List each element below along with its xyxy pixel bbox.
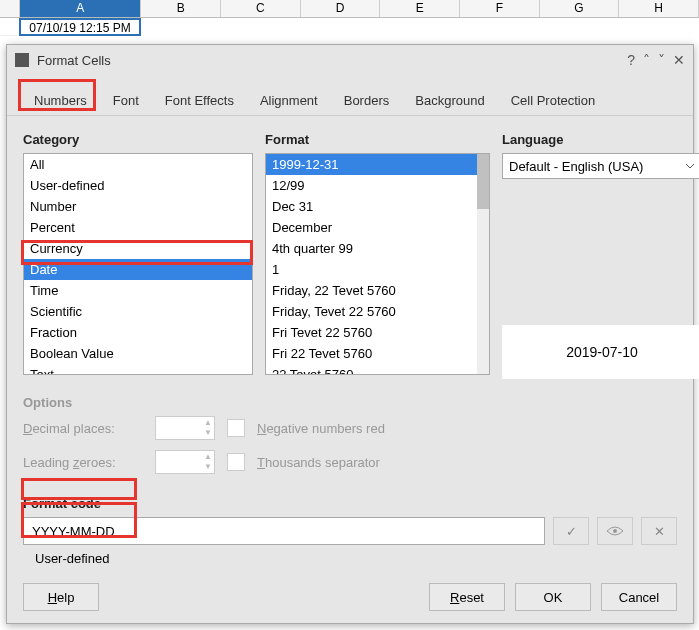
tab-background[interactable]: Background: [402, 85, 497, 115]
col-header-b[interactable]: B: [141, 0, 221, 17]
col-header-e[interactable]: E: [380, 0, 460, 17]
format-listbox[interactable]: 1999-12-31 12/99 Dec 31 December 4th qua…: [265, 153, 490, 375]
tab-borders[interactable]: Borders: [331, 85, 403, 115]
reset-button[interactable]: Reset: [429, 583, 505, 611]
category-label: Category: [23, 132, 253, 147]
help-titlebar-icon[interactable]: ?: [627, 52, 635, 68]
format-item[interactable]: 1999-12-31: [266, 154, 489, 175]
language-value: Default - English (USA): [509, 159, 643, 174]
col-header-h[interactable]: H: [619, 0, 699, 17]
leading-zeroes-label: Leading zeroes:: [23, 455, 143, 470]
format-item[interactable]: 1: [266, 259, 489, 280]
category-listbox[interactable]: All User-defined Number Percent Currency…: [23, 153, 253, 375]
format-item[interactable]: Friday, 22 Tevet 5760: [266, 280, 489, 301]
tab-font[interactable]: Font: [100, 85, 152, 115]
user-defined-label: User-defined: [23, 545, 677, 566]
leading-zeroes-input: ▲▼: [155, 450, 215, 474]
format-label: Format: [265, 132, 490, 147]
spreadsheet-row: 07/10/19 12:15 PM: [0, 18, 699, 36]
format-item[interactable]: Fri 22 Tevet 5760: [266, 343, 489, 364]
category-item-date[interactable]: Date: [24, 259, 252, 280]
tab-font-effects[interactable]: Font Effects: [152, 85, 247, 115]
preview-format-button[interactable]: [597, 517, 633, 545]
titlebar: Format Cells ? ˄ ˅ ✕: [7, 45, 693, 75]
language-dropdown[interactable]: Default - English (USA): [502, 153, 699, 179]
tabs: Numbers Font Font Effects Alignment Bord…: [7, 75, 693, 116]
format-cells-dialog: Format Cells ? ˄ ˅ ✕ Numbers Font Font E…: [6, 44, 694, 624]
preview-box: 2019-07-10: [502, 325, 699, 379]
format-item[interactable]: 22 Tevet 5760: [266, 364, 489, 375]
decimal-places-label: Decimal places:: [23, 421, 143, 436]
collapse-up-icon[interactable]: ˄: [643, 52, 650, 68]
category-item[interactable]: Text: [24, 364, 252, 375]
format-item[interactable]: Dec 31: [266, 196, 489, 217]
negative-red-checkbox: [227, 419, 245, 437]
language-label: Language: [502, 132, 699, 147]
category-item[interactable]: Time: [24, 280, 252, 301]
eye-icon: [606, 525, 624, 537]
col-header-d[interactable]: D: [301, 0, 381, 17]
format-code-label: Format code: [23, 496, 677, 511]
chevron-down-icon: [685, 163, 695, 169]
delete-format-button[interactable]: ✕: [641, 517, 677, 545]
format-item[interactable]: December: [266, 217, 489, 238]
app-icon: [15, 53, 29, 67]
format-code-input[interactable]: [23, 517, 545, 545]
format-item[interactable]: Friday, Tevet 22 5760: [266, 301, 489, 322]
options-label: Options: [23, 395, 677, 410]
cancel-button[interactable]: Cancel: [601, 583, 677, 611]
col-header-f[interactable]: F: [460, 0, 540, 17]
svg-point-0: [613, 529, 617, 533]
category-item[interactable]: Fraction: [24, 322, 252, 343]
scrollbar[interactable]: [477, 154, 489, 374]
negative-red-label: Negative numbers red: [257, 421, 385, 436]
col-header-g[interactable]: G: [540, 0, 620, 17]
help-button[interactable]: Help: [23, 583, 99, 611]
apply-format-button[interactable]: ✓: [553, 517, 589, 545]
col-header-a[interactable]: A: [20, 0, 141, 17]
decimal-places-input: ▲▼: [155, 416, 215, 440]
category-item[interactable]: Boolean Value: [24, 343, 252, 364]
thousands-sep-label: Thousands separator: [257, 455, 380, 470]
col-header-c[interactable]: C: [221, 0, 301, 17]
category-item[interactable]: Scientific: [24, 301, 252, 322]
column-headers: A B C D E F G H: [0, 0, 699, 18]
format-item[interactable]: 12/99: [266, 175, 489, 196]
thousands-sep-checkbox: [227, 453, 245, 471]
dialog-title: Format Cells: [37, 53, 627, 68]
ok-button[interactable]: OK: [515, 583, 591, 611]
format-item[interactable]: Fri Tevet 22 5760: [266, 322, 489, 343]
close-icon[interactable]: ✕: [673, 52, 685, 68]
category-item[interactable]: Percent: [24, 217, 252, 238]
tab-alignment[interactable]: Alignment: [247, 85, 331, 115]
format-item[interactable]: 4th quarter 99: [266, 238, 489, 259]
active-cell[interactable]: 07/10/19 12:15 PM: [19, 18, 141, 36]
category-item[interactable]: All: [24, 154, 252, 175]
category-item[interactable]: Number: [24, 196, 252, 217]
category-item[interactable]: User-defined: [24, 175, 252, 196]
category-item[interactable]: Currency: [24, 238, 252, 259]
tab-numbers[interactable]: Numbers: [21, 85, 100, 115]
collapse-down-icon[interactable]: ˅: [658, 52, 665, 68]
tab-cell-protection[interactable]: Cell Protection: [498, 85, 609, 115]
